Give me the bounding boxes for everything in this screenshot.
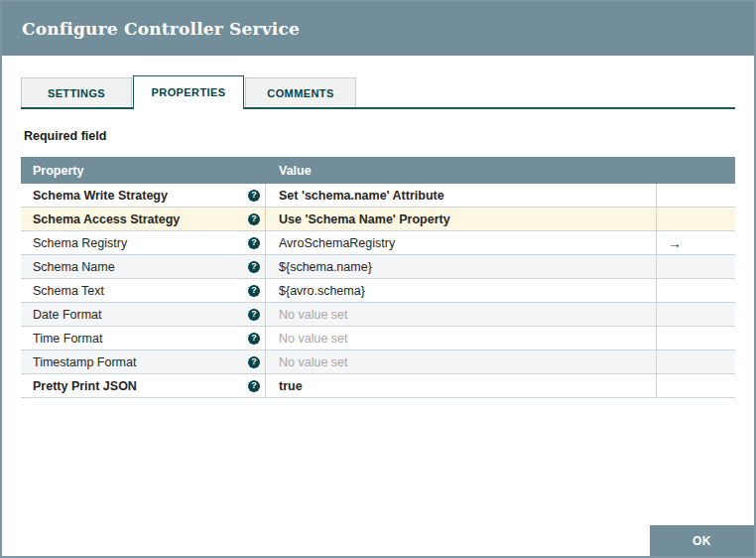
property-name: Schema Text	[33, 284, 104, 298]
goto-cell	[656, 279, 735, 302]
goto-cell	[656, 327, 735, 349]
goto-cell	[656, 303, 735, 326]
tab-bar: SETTINGS PROPERTIES COMMENTS	[21, 75, 735, 109]
table-header: Property Value	[21, 157, 735, 184]
dialog-titlebar: Configure Controller Service	[2, 2, 754, 56]
help-icon[interactable]: ?	[248, 309, 260, 321]
property-value[interactable]: true	[266, 374, 656, 397]
property-name: Pretty Print JSON	[33, 379, 137, 393]
property-name: Time Format	[33, 332, 102, 346]
tab-comments[interactable]: COMMENTS	[245, 77, 356, 107]
property-name: Timestamp Format	[33, 355, 136, 369]
goto-cell	[656, 350, 735, 373]
help-icon[interactable]: ?	[248, 333, 260, 345]
property-value[interactable]: AvroSchemaRegistry	[266, 231, 656, 254]
table-row-selected[interactable]: Schema Access Strategy ? Use 'Schema Nam…	[21, 208, 735, 231]
configure-controller-service-dialog: Configure Controller Service SETTINGS PR…	[0, 0, 756, 558]
property-name: Schema Name	[33, 260, 115, 274]
column-header-property: Property	[21, 164, 266, 178]
property-value[interactable]: No value set	[266, 327, 656, 349]
dialog-title: Configure Controller Service	[22, 19, 300, 39]
property-value[interactable]: No value set	[266, 303, 656, 326]
properties-table: Property Value Schema Write Strategy ? S…	[21, 157, 735, 398]
tab-settings[interactable]: SETTINGS	[21, 77, 132, 107]
table-row[interactable]: Pretty Print JSON ? true	[21, 374, 735, 398]
property-value[interactable]: Use 'Schema Name' Property	[266, 208, 656, 230]
help-icon[interactable]: ?	[248, 261, 260, 273]
table-row[interactable]: Time Format ? No value set	[21, 327, 735, 350]
ok-button[interactable]: OK	[650, 525, 754, 556]
column-header-value: Value	[266, 164, 656, 178]
help-icon[interactable]: ?	[248, 285, 260, 297]
property-name: Schema Write Strategy	[33, 189, 168, 203]
help-icon[interactable]: ?	[248, 190, 260, 202]
table-row[interactable]: Timestamp Format ? No value set	[21, 350, 735, 374]
property-name: Date Format	[33, 308, 101, 322]
table-row[interactable]: Schema Text ? ${avro.schema}	[21, 279, 735, 303]
help-icon[interactable]: ?	[248, 213, 260, 225]
help-icon[interactable]: ?	[248, 356, 260, 368]
table-row[interactable]: Date Format ? No value set	[21, 303, 735, 327]
goto-cell	[656, 255, 735, 278]
help-icon[interactable]: ?	[248, 380, 260, 392]
table-row[interactable]: Schema Name ? ${schema.name}	[21, 255, 735, 279]
tab-properties[interactable]: PROPERTIES	[133, 75, 244, 109]
property-name: Schema Access Strategy	[33, 212, 180, 226]
required-field-label: Required field	[24, 129, 754, 143]
property-value[interactable]: ${schema.name}	[266, 255, 656, 278]
property-name: Schema Registry	[33, 236, 127, 250]
property-value[interactable]: No value set	[266, 350, 656, 373]
property-value[interactable]: Set 'schema.name' Attribute	[266, 184, 656, 207]
table-row[interactable]: Schema Write Strategy ? Set 'schema.name…	[21, 184, 735, 208]
goto-cell	[656, 184, 735, 207]
goto-cell	[656, 208, 735, 230]
goto-service-icon[interactable]: →	[668, 236, 682, 250]
goto-cell	[656, 374, 735, 397]
help-icon[interactable]: ?	[248, 237, 260, 249]
property-value[interactable]: ${avro.schema}	[266, 279, 656, 302]
table-row[interactable]: Schema Registry ? AvroSchemaRegistry →	[21, 231, 735, 255]
